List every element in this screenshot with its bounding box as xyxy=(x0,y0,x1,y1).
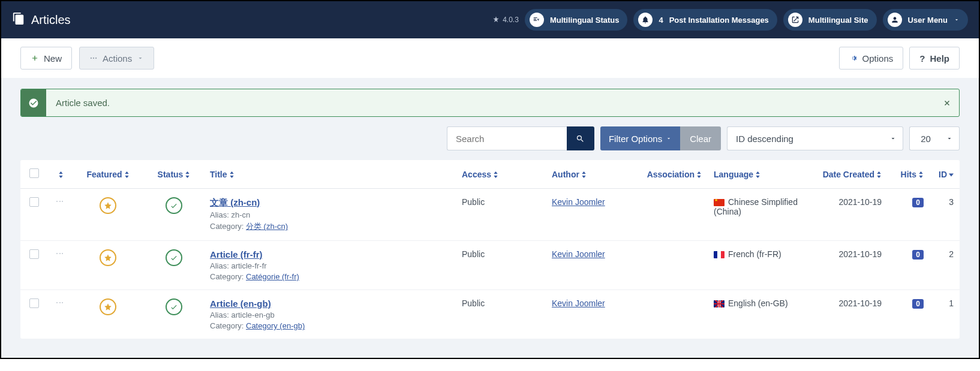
topbar-right: 4.0.3 Multilingual Status 4 Post Install… xyxy=(492,9,968,31)
featured-toggle[interactable] xyxy=(100,197,116,214)
col-date[interactable]: Date Created xyxy=(804,160,888,189)
multilingual-site-button[interactable]: Multilingual Site xyxy=(783,9,877,31)
user-menu-button[interactable]: User Menu xyxy=(883,9,968,31)
new-button[interactable]: New xyxy=(20,47,72,70)
page-title: Articles xyxy=(31,13,71,27)
status-toggle[interactable] xyxy=(166,249,182,266)
alias-line: Alias: zh-cn xyxy=(210,210,450,219)
ordering-sort-icon[interactable] xyxy=(58,171,64,178)
top-bar: Articles 4.0.3 Multilingual Status 4 Pos… xyxy=(1,1,979,38)
id-value: 3 xyxy=(949,197,954,207)
flag-icon xyxy=(714,199,725,206)
drag-handle-icon[interactable]: ⋮ xyxy=(59,249,61,258)
clear-button[interactable]: Clear xyxy=(680,126,721,150)
chevron-down-icon xyxy=(954,16,960,25)
date-value: 2021-10-19 xyxy=(838,249,882,259)
language-value: Chinese Simplified (China) xyxy=(714,197,798,216)
limit-select-value: 20 xyxy=(921,134,931,144)
article-title-link[interactable]: Article (fr-fr) xyxy=(210,249,263,260)
category-link[interactable]: Catégorie (fr-fr) xyxy=(246,272,299,281)
limit-select-group: 20 xyxy=(909,126,960,150)
multilingual-status-label: Multilingual Status xyxy=(550,16,620,25)
sort-select[interactable]: ID descending xyxy=(727,126,883,150)
articles-table-card: Featured Status Title Access Author xyxy=(20,160,960,339)
svg-point-1 xyxy=(93,58,94,59)
row-checkbox[interactable] xyxy=(29,197,39,207)
col-access[interactable]: Access xyxy=(456,160,546,189)
author-link[interactable]: Kevin Joomler xyxy=(552,249,605,259)
options-button-label: Options xyxy=(862,53,894,64)
filter-options-button[interactable]: Filter Options xyxy=(600,126,680,150)
version-label: 4.0.3 xyxy=(492,16,519,24)
notification-count: 4 xyxy=(659,16,663,25)
alias-line: Alias: article-en-gb xyxy=(210,310,450,319)
success-alert: Article saved. xyxy=(20,89,960,117)
alert-close-button[interactable] xyxy=(935,89,959,116)
search-button[interactable] xyxy=(567,126,594,150)
access-value: Public xyxy=(462,249,485,259)
category-line: Category: 分类 (zh-cn) xyxy=(210,221,450,232)
col-featured[interactable]: Featured xyxy=(72,160,144,189)
svg-point-2 xyxy=(95,58,97,59)
alert-message: Article saved. xyxy=(46,89,935,116)
multilingual-site-label: Multilingual Site xyxy=(808,16,868,25)
id-value: 2 xyxy=(949,249,954,259)
hits-badge: 0 xyxy=(912,299,924,309)
date-value: 2021-10-19 xyxy=(838,197,882,207)
featured-toggle[interactable] xyxy=(100,298,116,315)
articles-table: Featured Status Title Access Author xyxy=(20,160,960,339)
author-link[interactable]: Kevin Joomler xyxy=(552,197,605,207)
multilingual-status-button[interactable]: Multilingual Status xyxy=(525,9,628,31)
article-title-link[interactable]: Article (en-gb) xyxy=(210,298,271,309)
filters-bar: Filter Options Clear ID descending 20 xyxy=(20,126,960,150)
main-content: Article saved. Filter Options Clear ID d… xyxy=(1,78,979,358)
post-install-button[interactable]: 4 Post Installation Messages xyxy=(633,9,777,31)
sort-select-value: ID descending xyxy=(736,134,793,144)
col-title[interactable]: Title xyxy=(204,160,456,189)
col-author[interactable]: Author xyxy=(546,160,636,189)
category-link[interactable]: 分类 (zh-cn) xyxy=(246,222,288,231)
alias-line: Alias: article-fr-fr xyxy=(210,261,450,270)
article-title-link[interactable]: 文章 (zh-cn) xyxy=(210,197,260,207)
col-status[interactable]: Status xyxy=(144,160,204,189)
featured-toggle[interactable] xyxy=(100,249,116,266)
access-value: Public xyxy=(462,298,485,308)
category-line: Category: Category (en-gb) xyxy=(210,321,450,330)
limit-select-chevron[interactable] xyxy=(939,126,960,150)
external-link-icon xyxy=(788,13,802,27)
search-input[interactable] xyxy=(447,126,567,150)
toolbar: New Actions Options ? Help xyxy=(1,38,979,78)
hits-badge: 0 xyxy=(912,198,924,207)
id-value: 1 xyxy=(949,298,954,308)
col-hits[interactable]: Hits xyxy=(888,160,930,189)
table-row: ⋮ 文章 (zh-cn) Alias: zh-cn Category: 分类 (… xyxy=(20,189,960,241)
flag-icon xyxy=(714,300,725,307)
col-language[interactable]: Language xyxy=(708,160,804,189)
language-value: English (en-GB) xyxy=(728,298,788,308)
help-button[interactable]: ? Help xyxy=(909,47,960,70)
sort-select-group: ID descending xyxy=(727,126,903,150)
version-text: 4.0.3 xyxy=(503,16,519,24)
articles-icon xyxy=(12,12,25,28)
language-icon xyxy=(530,13,544,27)
drag-handle-icon[interactable]: ⋮ xyxy=(59,197,61,206)
table-row: ⋮ Article (fr-fr) Alias: article-fr-fr C… xyxy=(20,241,960,290)
row-checkbox[interactable] xyxy=(29,298,39,308)
status-toggle[interactable] xyxy=(166,197,182,214)
col-association[interactable]: Association xyxy=(636,160,708,189)
status-toggle[interactable] xyxy=(166,298,182,315)
date-value: 2021-10-19 xyxy=(838,298,882,308)
options-button[interactable]: Options xyxy=(839,47,904,70)
limit-select[interactable]: 20 xyxy=(909,126,939,150)
drag-handle-icon[interactable]: ⋮ xyxy=(59,298,61,307)
col-id[interactable]: ID xyxy=(930,160,960,189)
row-checkbox[interactable] xyxy=(29,249,39,259)
user-icon xyxy=(888,13,902,27)
new-button-label: New xyxy=(44,53,62,64)
select-all-checkbox[interactable] xyxy=(29,168,39,178)
category-link[interactable]: Category (en-gb) xyxy=(246,321,305,330)
actions-button[interactable]: Actions xyxy=(79,47,154,70)
actions-button-label: Actions xyxy=(103,53,132,64)
sort-select-chevron[interactable] xyxy=(883,126,903,150)
author-link[interactable]: Kevin Joomler xyxy=(552,298,605,308)
